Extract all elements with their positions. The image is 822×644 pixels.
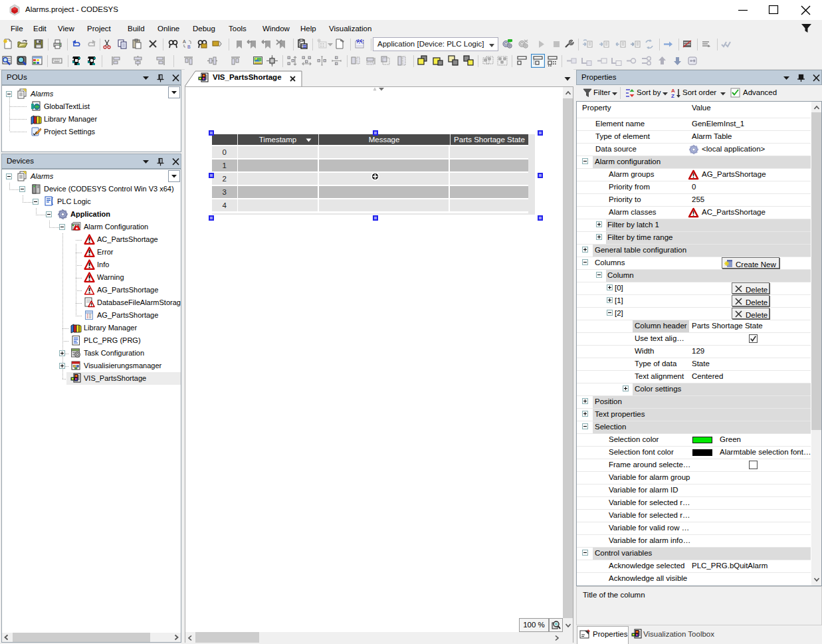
svg-text:A: A xyxy=(183,39,186,44)
svg-text:B: B xyxy=(187,45,191,49)
svg-text:Z: Z xyxy=(671,93,674,98)
